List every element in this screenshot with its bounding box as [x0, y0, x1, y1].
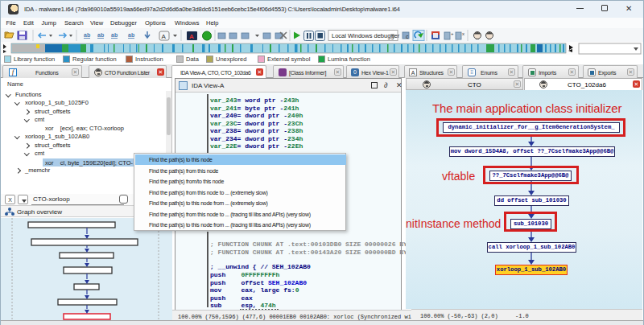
svg-text:ab: ab	[128, 32, 134, 38]
svg-text:ab: ab	[97, 32, 104, 38]
svg-text:A: A	[189, 33, 194, 40]
svg-text:A: A	[162, 33, 167, 40]
svg-text:ab: ab	[84, 32, 90, 38]
svg-text:c: c	[406, 34, 409, 39]
svg-text:Local Windows debugger: Local Windows debugger	[332, 32, 400, 39]
svg-text:x: x	[462, 31, 464, 36]
svg-text:+: +	[451, 31, 454, 36]
svg-text:ab: ab	[111, 32, 118, 38]
